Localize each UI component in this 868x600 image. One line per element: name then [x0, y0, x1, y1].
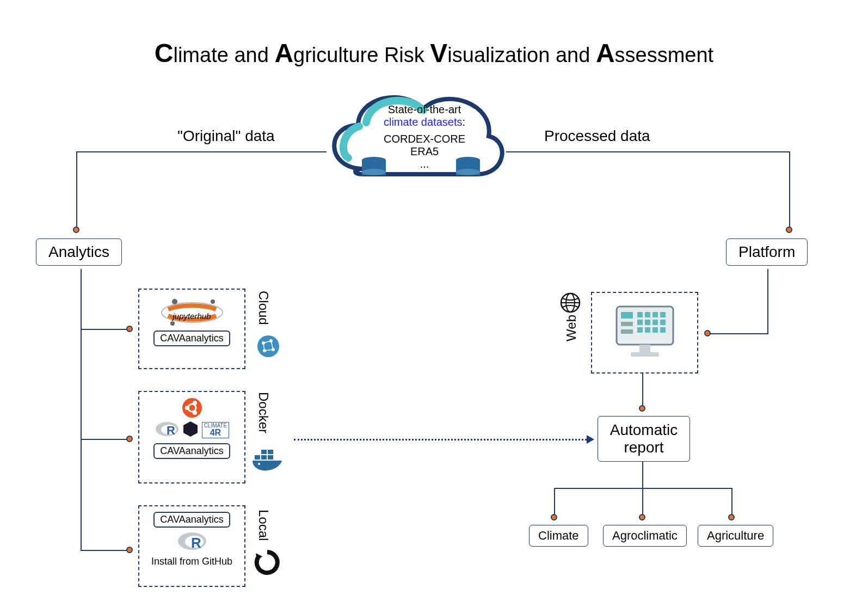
- svg-rect-38: [652, 312, 658, 317]
- arrowhead-icon: [587, 435, 594, 444]
- local-side-label: Local: [256, 510, 271, 541]
- connector-dot: [639, 514, 645, 521]
- climate-box: Climate: [529, 525, 588, 547]
- web-side-label: Web: [564, 315, 579, 341]
- connector-dot: [639, 405, 645, 412]
- svg-rect-36: [637, 312, 643, 317]
- svg-rect-34: [621, 322, 633, 326]
- ubuntu-icon: [182, 397, 202, 420]
- connector-dot: [786, 226, 792, 233]
- connector-dot: [73, 226, 79, 233]
- automatic-report-box: Automatic report: [598, 416, 690, 462]
- database-icon: [456, 157, 480, 177]
- svg-rect-42: [652, 320, 658, 325]
- svg-rect-40: [637, 320, 643, 325]
- cloud-side-label: Cloud: [256, 291, 271, 325]
- connector-dot: [126, 436, 133, 442]
- svg-rect-44: [637, 327, 643, 333]
- svg-rect-39: [660, 312, 666, 317]
- analytics-docker-card: R CLIMATE4R CAVAanalytics: [138, 391, 245, 483]
- svg-rect-25: [261, 450, 267, 454]
- climate4r-icon: CLIMATE4R: [202, 422, 230, 438]
- cloud-network-icon: [254, 333, 283, 365]
- svg-point-27: [258, 463, 260, 465]
- svg-rect-37: [645, 312, 650, 317]
- svg-rect-35: [621, 329, 633, 334]
- svg-point-15: [185, 406, 189, 410]
- svg-rect-33: [621, 312, 633, 319]
- svg-rect-47: [660, 327, 666, 333]
- svg-rect-45: [645, 327, 650, 333]
- analytics-box: Analytics: [36, 238, 122, 266]
- docker-side-label: Docker: [256, 392, 271, 433]
- svg-point-16: [193, 401, 197, 405]
- database-icon: [362, 157, 386, 177]
- svg-point-4: [257, 335, 279, 357]
- docker-whale-icon: [251, 444, 287, 477]
- svg-point-1: [172, 299, 177, 304]
- analytics-cloud-card: jupyterhub CAVAanalytics: [138, 289, 245, 369]
- original-data-label: "Original" data: [177, 127, 275, 145]
- svg-point-3: [170, 321, 175, 326]
- svg-marker-21: [183, 421, 198, 437]
- svg-point-2: [211, 299, 215, 304]
- svg-rect-41: [645, 320, 650, 325]
- agriculture-box: Agriculture: [698, 525, 773, 547]
- svg-text:R: R: [167, 424, 175, 437]
- install-label: Install from GitHub: [139, 556, 244, 567]
- connector-dot: [126, 547, 133, 553]
- connector-dot: [126, 326, 133, 332]
- connector-dot: [704, 330, 711, 336]
- recycle-icon: [254, 549, 281, 578]
- svg-rect-48: [639, 345, 650, 352]
- dotted-arrow: [294, 439, 587, 440]
- analytics-local-card: CAVAanalytics R Install from GitHub: [138, 505, 245, 587]
- svg-rect-26: [268, 450, 273, 454]
- climate-datasets-link[interactable]: climate datasets: [384, 116, 463, 128]
- svg-rect-43: [660, 320, 666, 325]
- platform-box: Platform: [726, 238, 808, 266]
- cava-pill: CAVAanalytics: [153, 330, 230, 346]
- cava-pill: CAVAanalytics: [153, 443, 230, 459]
- svg-rect-46: [652, 327, 658, 333]
- r-logo-icon: R: [139, 531, 244, 554]
- connector-dot: [728, 514, 735, 521]
- r-logo-icon: R: [155, 420, 180, 440]
- agroclimatic-box: Agroclimatic: [603, 525, 687, 547]
- svg-rect-49: [631, 352, 659, 357]
- platform-web-card: [591, 292, 698, 374]
- globe-icon: [559, 292, 581, 316]
- connector-dot: [551, 514, 557, 521]
- page-title: Climate and Agriculture Risk Visualizati…: [0, 38, 868, 68]
- svg-text:R: R: [191, 535, 201, 551]
- svg-point-17: [193, 411, 197, 415]
- cava-pill: CAVAanalytics: [153, 512, 230, 528]
- processed-data-label: Processed data: [544, 127, 650, 145]
- monitor-dashboard-icon: [612, 303, 678, 362]
- hexagon-icon: [182, 420, 199, 440]
